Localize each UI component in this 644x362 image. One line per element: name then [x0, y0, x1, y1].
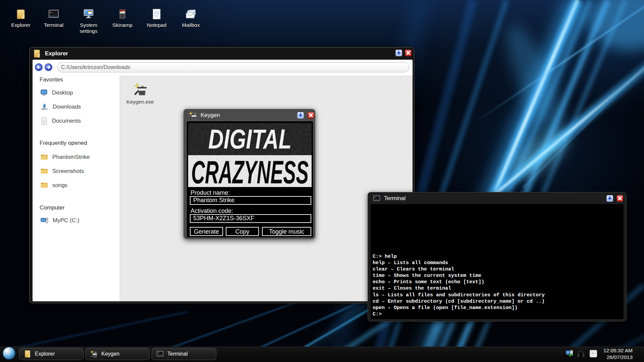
- svg-text:>_: >_: [374, 196, 377, 198]
- svg-text:A: A: [592, 352, 594, 355]
- svg-text:DIGITAL: DIGITAL: [208, 124, 291, 154]
- svg-text:CRAZYNESS: CRAZYNESS: [191, 155, 309, 187]
- svg-text:>_: >_: [158, 352, 160, 354]
